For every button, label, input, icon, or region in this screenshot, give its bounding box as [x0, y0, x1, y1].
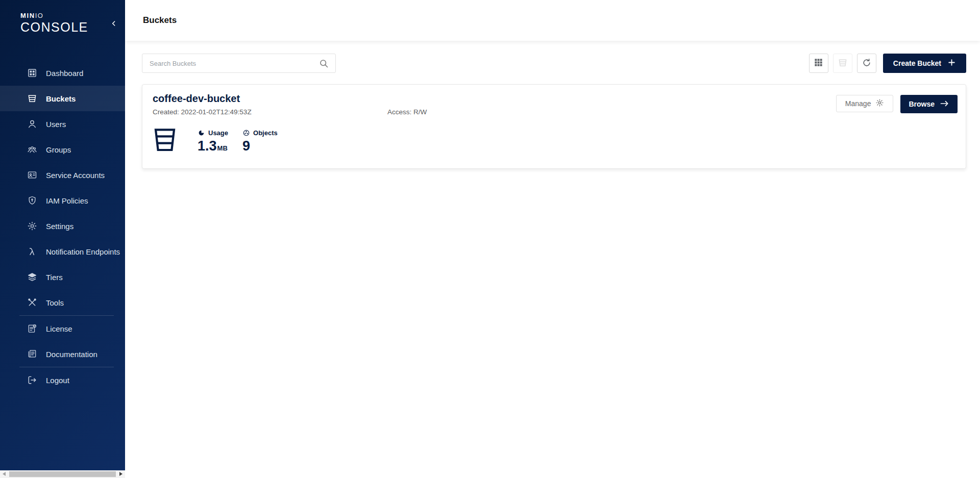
sidebar-item-label: Logout [46, 376, 69, 385]
sidebar-item-label: Settings [46, 222, 74, 231]
search-buckets-input[interactable] [142, 54, 335, 72]
sidebar-item-notification-endpoints[interactable]: Notification Endpoints [0, 239, 125, 264]
usage-pie-icon [198, 129, 205, 137]
scrollbar-left-arrow[interactable] [3, 472, 6, 476]
usage-value: 1.3MB [198, 138, 228, 156]
objects-metric: Objects 9 [242, 124, 278, 154]
sidebar-collapse-button[interactable] [110, 19, 118, 29]
create-bucket-button[interactable]: Create Bucket [883, 54, 966, 73]
sidebar-item-iam-policies[interactable]: IAM Policies [0, 188, 125, 213]
sidebar-item-users[interactable]: Users [0, 111, 125, 137]
manage-button[interactable]: Manage [836, 95, 894, 112]
sidebar-item-logout[interactable]: Logout [0, 367, 125, 393]
sidebar-item-label: Tiers [46, 273, 63, 282]
objects-value: 9 [242, 138, 278, 154]
refresh-icon [862, 58, 872, 69]
plus-icon [947, 58, 956, 68]
scrollbar-thumb[interactable] [9, 471, 116, 477]
bucket-metrics: Usage 1.3MB Objects 9 [153, 124, 958, 156]
logout-icon [27, 374, 38, 386]
dashboard-icon [27, 67, 38, 79]
browse-label: Browse [909, 100, 935, 108]
service-accounts-icon [27, 169, 38, 181]
sidebar-item-dashboard[interactable]: Dashboard [0, 60, 125, 86]
objects-icon [242, 129, 250, 137]
grid-view-button[interactable] [809, 54, 828, 73]
sidebar-item-label: License [46, 324, 72, 333]
minio-console-app: MINIO CONSOLE Dashboard Buckets Users [0, 0, 980, 478]
bucket-created: Created: 2022-01-02T12:49:53Z [153, 108, 387, 116]
sidebar-logo-row: MINIO CONSOLE [0, 0, 125, 45]
sidebar-item-settings[interactable]: Settings [0, 213, 125, 239]
sidebar-item-label: Notification Endpoints [46, 247, 120, 256]
main-area: Buckets [125, 0, 980, 478]
usage-unit: MB [217, 144, 228, 152]
grid-view-icon [814, 58, 823, 69]
sidebar-item-tiers[interactable]: Tiers [0, 264, 125, 290]
lambda-icon [27, 246, 38, 257]
sidebar-item-groups[interactable]: Groups [0, 137, 125, 162]
list-view-button [833, 54, 852, 73]
sidebar-menu: Dashboard Buckets Users Groups Service A… [0, 60, 125, 393]
page-title: Buckets [143, 15, 177, 26]
bucket-name[interactable]: coffee-dev-bucket [153, 93, 427, 105]
iam-policies-icon [27, 195, 38, 206]
sidebar-item-label: Users [46, 120, 66, 129]
create-bucket-label: Create Bucket [893, 59, 941, 67]
license-icon [27, 323, 38, 334]
usage-label: Usage [208, 129, 228, 137]
sidebar-item-label: Documentation [46, 350, 97, 359]
sidebar-item-tools[interactable]: Tools [0, 290, 125, 315]
list-view-bucket-icon [838, 58, 848, 69]
objects-label-row: Objects [242, 129, 278, 137]
sidebar-item-label: IAM Policies [46, 196, 88, 205]
bucket-access: Access: R/W [387, 108, 427, 116]
bucket-meta: Created: 2022-01-02T12:49:53Z Access: R/… [153, 108, 427, 116]
bucket-info: coffee-dev-bucket Created: 2022-01-02T12… [153, 93, 427, 116]
sidebar: MINIO CONSOLE Dashboard Buckets Users [0, 0, 125, 470]
settings-icon [27, 220, 38, 232]
search-icon [318, 58, 329, 71]
bucket-card-top: coffee-dev-bucket Created: 2022-01-02T12… [153, 93, 958, 116]
minio-wordmark: MINIO [20, 12, 125, 19]
manage-label: Manage [845, 99, 871, 108]
buckets-content: Create Bucket coffee-dev-bucket Created:… [125, 41, 980, 169]
sidebar-item-documentation[interactable]: Documentation [0, 341, 125, 367]
sidebar-item-label: Tools [46, 298, 64, 307]
sidebar-item-service-accounts[interactable]: Service Accounts [0, 162, 125, 188]
sidebar-item-label: Groups [46, 145, 71, 154]
documentation-icon [27, 348, 38, 360]
usage-metric: Usage 1.3MB [198, 124, 228, 156]
bucket-card-buttons: Manage Browse [836, 95, 958, 113]
objects-label: Objects [253, 129, 278, 137]
users-icon [27, 118, 38, 130]
browse-button[interactable]: Browse [900, 95, 958, 113]
sidebar-item-buckets[interactable]: Buckets [0, 86, 125, 111]
usage-label-row: Usage [198, 129, 228, 137]
bucket-icon [153, 126, 177, 156]
bucket-card: coffee-dev-bucket Created: 2022-01-02T12… [142, 84, 966, 169]
search-buckets-box [142, 54, 336, 73]
page-header: Buckets [125, 0, 980, 41]
sidebar-item-label: Dashboard [46, 69, 83, 78]
gear-icon [875, 98, 884, 109]
bucket-toolbar: Create Bucket [809, 54, 966, 73]
horizontal-scrollbar[interactable] [0, 470, 125, 478]
arrow-right-icon [940, 100, 949, 109]
scrollbar-right-arrow[interactable] [119, 472, 122, 476]
refresh-button[interactable] [857, 54, 876, 73]
tools-icon [27, 297, 38, 308]
buckets-icon [27, 93, 38, 104]
tiers-icon [27, 271, 38, 283]
sidebar-item-label: Service Accounts [46, 171, 105, 180]
sidebar-item-label: Buckets [46, 94, 76, 103]
actions-row: Create Bucket [142, 54, 966, 73]
chevron-left-icon [110, 21, 118, 29]
sidebar-item-license[interactable]: License [0, 316, 125, 341]
groups-icon [27, 144, 38, 155]
